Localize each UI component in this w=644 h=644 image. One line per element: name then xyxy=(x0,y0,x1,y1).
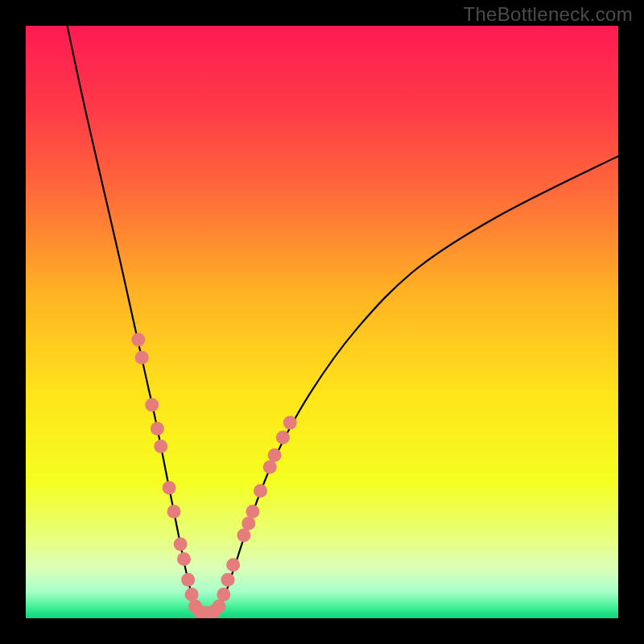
marker-dot xyxy=(246,505,259,518)
marker-dot xyxy=(283,416,297,430)
marker-dot xyxy=(276,431,290,444)
marker-dot xyxy=(185,588,199,601)
watermark-text: TheBottleneck.com xyxy=(463,3,633,26)
marker-dot xyxy=(242,517,255,530)
marker-dot xyxy=(268,448,282,462)
marker-dot xyxy=(237,528,250,542)
marker-dot xyxy=(145,398,159,412)
marker-dot xyxy=(181,573,195,587)
marker-dot xyxy=(131,333,145,347)
bottleneck-curve xyxy=(68,26,618,615)
marker-dot xyxy=(221,573,234,587)
marker-dot xyxy=(163,481,176,495)
marker-dot xyxy=(177,552,191,566)
marker-dot xyxy=(254,484,267,497)
marker-dots-group xyxy=(131,333,296,618)
marker-dot xyxy=(212,600,225,613)
plot-area xyxy=(26,26,618,618)
curve-layer xyxy=(26,26,618,618)
chart-frame: TheBottleneck.com xyxy=(0,0,644,644)
marker-dot xyxy=(226,558,240,572)
marker-dot xyxy=(263,460,277,474)
marker-dot xyxy=(154,440,167,453)
marker-dot xyxy=(217,588,230,601)
marker-dot xyxy=(151,422,164,436)
marker-dot xyxy=(167,505,181,518)
marker-dot xyxy=(135,351,149,365)
marker-dot xyxy=(174,538,188,551)
